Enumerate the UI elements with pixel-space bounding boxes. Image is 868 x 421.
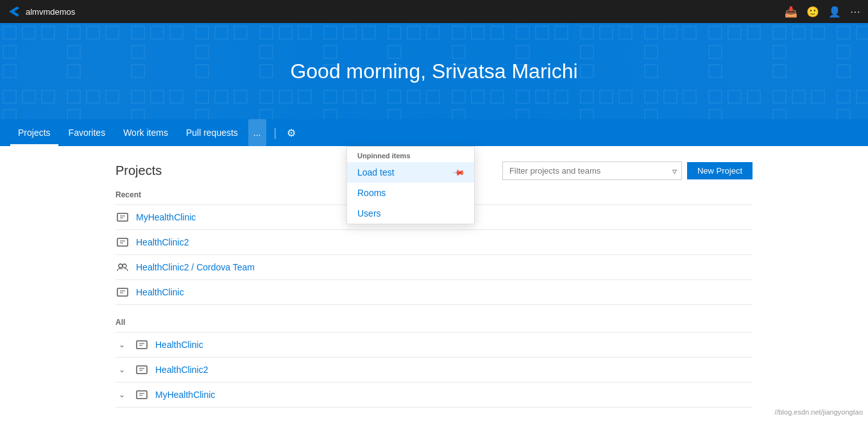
- svg-point-2: [119, 264, 123, 268]
- new-project-button[interactable]: New Project: [687, 162, 753, 179]
- settings-icon[interactable]: ⚙: [284, 127, 298, 139]
- dropdown-section-label: Unpinned items: [347, 147, 474, 162]
- project-icon: [115, 211, 130, 223]
- dropdown-item-rooms[interactable]: Rooms: [347, 183, 474, 203]
- nav-tabs: Projects Favorites Work items Pull reque…: [0, 119, 868, 146]
- project-icon: [135, 389, 149, 400]
- hero-greeting: Good morning, Srivatsa Marichi: [290, 60, 577, 83]
- watermark: //blog.esdn.net/jiangyongtao: [774, 408, 863, 416]
- dropdown-item-load-test[interactable]: Load test 📌: [347, 162, 474, 183]
- svg-rect-1: [117, 238, 128, 246]
- project-name[interactable]: HealthClinic2: [136, 237, 189, 247]
- svg-rect-0: [117, 213, 128, 221]
- project-name[interactable]: MyHealthClinic: [136, 212, 196, 222]
- project-icon: [135, 364, 149, 376]
- pin-icon: 📌: [452, 166, 466, 179]
- list-item: HealthClinic2 / Cordova Team: [115, 255, 753, 280]
- emoji-icon[interactable]: 🙂: [806, 6, 819, 18]
- all-project-list: ⌄ HealthClinic ⌄ HealthClinic2 ⌄: [115, 332, 753, 408]
- filter-input-wrap: ▿: [502, 161, 682, 180]
- list-item: ⌄ HealthClinic2: [115, 358, 753, 383]
- svg-rect-7: [137, 391, 147, 399]
- list-item: ⌄ MyHealthClinic: [115, 383, 753, 408]
- chevron-down-icon[interactable]: ⌄: [115, 365, 128, 374]
- tab-more[interactable]: ...: [248, 119, 266, 146]
- more-icon[interactable]: ⋯: [850, 6, 860, 18]
- chevron-down-icon[interactable]: ⌄: [115, 390, 128, 399]
- page-title: Projects: [115, 163, 162, 178]
- project-icon: [115, 286, 130, 298]
- nav-divider: |: [274, 126, 277, 140]
- dropdown-menu: Unpinned items Load test 📌 Rooms Users: [346, 146, 475, 224]
- chevron-down-icon[interactable]: ⌄: [115, 340, 128, 349]
- svg-rect-5: [137, 341, 147, 349]
- tab-projects[interactable]: Projects: [10, 119, 58, 146]
- project-name[interactable]: HealthClinic: [155, 340, 203, 350]
- tab-pull-requests[interactable]: Pull requests: [178, 119, 246, 146]
- project-name[interactable]: HealthClinic2 / Cordova Team: [136, 262, 255, 272]
- inbox-icon[interactable]: 📥: [785, 6, 797, 18]
- team-icon: [115, 261, 130, 273]
- list-item: HealthClinic2: [115, 230, 753, 255]
- tab-work-items[interactable]: Work items: [115, 119, 176, 146]
- org-name: almvmdemos: [26, 7, 75, 17]
- project-name[interactable]: HealthClinic: [136, 287, 184, 297]
- top-bar: almvmdemos 📥 🙂 👤 ⋯: [0, 0, 868, 23]
- user-avatar-icon[interactable]: 👤: [828, 6, 841, 18]
- svg-point-3: [123, 264, 126, 268]
- list-item: ⌄ HealthClinic: [115, 333, 753, 358]
- all-section-label: All: [115, 318, 753, 327]
- dropdown-item-users[interactable]: Users: [347, 203, 474, 224]
- tab-favorites[interactable]: Favorites: [61, 119, 114, 146]
- hero-banner: Good morning, Srivatsa Marichi: [0, 23, 868, 119]
- filter-icon[interactable]: ▿: [672, 166, 677, 176]
- filter-input[interactable]: [502, 161, 682, 180]
- org-logo[interactable]: almvmdemos: [8, 5, 75, 18]
- project-icon: [135, 339, 149, 351]
- project-name[interactable]: MyHealthClinic: [155, 390, 215, 400]
- all-section: All ⌄ HealthClinic ⌄ HealthClinic2 ⌄: [115, 318, 753, 408]
- svg-rect-4: [117, 288, 128, 296]
- list-item: HealthClinic: [115, 280, 753, 305]
- projects-toolbar: ▿ New Project: [502, 161, 753, 180]
- vs-icon: [8, 5, 21, 18]
- project-icon: [115, 236, 130, 248]
- project-name[interactable]: HealthClinic2: [155, 365, 208, 375]
- top-bar-icons: 📥 🙂 👤 ⋯: [785, 6, 860, 18]
- svg-rect-6: [137, 366, 147, 374]
